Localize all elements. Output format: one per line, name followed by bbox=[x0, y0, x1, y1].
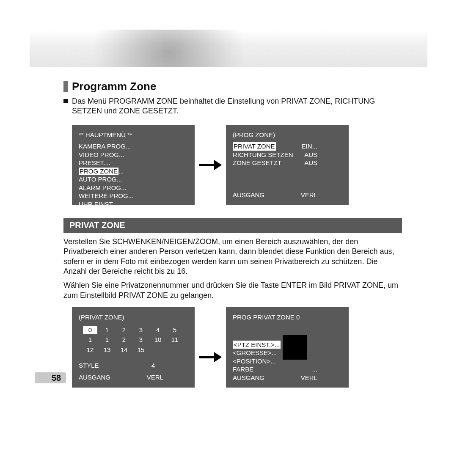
grid-cell: 13 bbox=[100, 346, 114, 354]
section-title: Programm Zone bbox=[72, 80, 156, 93]
prog-zone-row: RICHTUNG SETZENAUS bbox=[233, 151, 317, 159]
prog-zone-row: ZONE GESETZTAUS bbox=[233, 159, 317, 167]
banner-image bbox=[30, 30, 427, 67]
ppz-item: FARBE... bbox=[233, 365, 317, 374]
main-menu-item: VIDEO PROG... bbox=[79, 151, 188, 159]
main-menu-item: PRESET.... bbox=[79, 159, 188, 167]
page-number-bubble bbox=[35, 372, 66, 383]
section-title-row: Programm Zone bbox=[63, 80, 402, 93]
grid-cell: 2 bbox=[117, 336, 131, 344]
prog-zone-footer: AUSGANG VERL bbox=[233, 191, 317, 199]
grid-cell: 14 bbox=[117, 346, 131, 354]
grid-cell: 1 bbox=[100, 326, 114, 334]
main-menu-header: ** HAUPTMENÜ ** bbox=[79, 131, 188, 139]
arrow-icon bbox=[199, 160, 222, 170]
main-menu-item: SYSTEM INFO... bbox=[79, 208, 188, 217]
grid-cell: 0 bbox=[83, 326, 97, 334]
grid-cell bbox=[151, 346, 165, 354]
main-menu-item: AUTO PROG... bbox=[79, 175, 188, 184]
grid-cell bbox=[168, 346, 182, 354]
grid-cell: 2 bbox=[117, 326, 131, 334]
body-paragraph-1: Verstellen Sie SCHWENKEN/NEIGEN/ZOOM, um… bbox=[63, 237, 402, 277]
footer-left: AUSGANG bbox=[233, 191, 264, 199]
style-value: 4 bbox=[151, 361, 155, 370]
black-square-icon bbox=[283, 335, 307, 360]
grid-cell: 1 bbox=[100, 336, 114, 344]
footer-right: VERL bbox=[301, 191, 317, 199]
grid-cell: 1 bbox=[83, 336, 97, 344]
main-menu-items: KAMERA PROG...VIDEO PROG...PRESET....PRO… bbox=[79, 142, 188, 217]
main-menu-item: ALARM PROG... bbox=[79, 184, 188, 192]
prog-zone-screen: (PROG ZONE) PRIVAT ZONEEIN...RICHTUNG SE… bbox=[226, 125, 349, 205]
grid-cell: 12 bbox=[83, 346, 97, 354]
section-bar-icon bbox=[63, 81, 68, 92]
footer-right: VERL bbox=[147, 373, 163, 382]
footer-right: VERL bbox=[301, 374, 317, 382]
prog-zone-row: PRIVAT ZONEEIN... bbox=[233, 142, 317, 151]
privat-zone-header: PRIVAT ZONE bbox=[63, 218, 402, 233]
content-area: Programm Zone Das Menü PROGRAMM ZONE bei… bbox=[63, 80, 402, 388]
page-footer: 58 bbox=[35, 372, 61, 383]
privat-zone-screen: (PRIVAT ZONE) 0123451123101112131415 STY… bbox=[72, 307, 195, 388]
arrow-icon bbox=[199, 352, 222, 362]
footer-left: AUSGANG bbox=[79, 373, 110, 382]
grid-cell: 15 bbox=[134, 346, 148, 354]
prog-zone-rows: PRIVAT ZONEEIN...RICHTUNG SETZENAUSZONE … bbox=[233, 142, 342, 167]
footer-left: AUSGANG bbox=[233, 374, 264, 382]
prog-privat-zone-screen: PROG PRIVAT ZONE 0 <PTZ EINST.>...<GROES… bbox=[226, 307, 349, 388]
screens-row-2: (PRIVAT ZONE) 0123451123101112131415 STY… bbox=[72, 307, 402, 388]
intro-text: Das Menü PROGRAMM ZONE beinhaltet die Ei… bbox=[72, 96, 402, 116]
grid-cell: 3 bbox=[134, 336, 148, 344]
grid-cell: 5 bbox=[168, 326, 182, 334]
grid-cell: 10 bbox=[151, 336, 165, 344]
privat-zone-screen-header: (PRIVAT ZONE) bbox=[79, 313, 188, 322]
main-menu-item: PROG ZONE... bbox=[79, 167, 188, 176]
page: Programm Zone Das Menü PROGRAMM ZONE bei… bbox=[0, 30, 457, 447]
main-menu-item: KAMERA PROG... bbox=[79, 142, 188, 151]
privat-zone-grid: 0123451123101112131415 bbox=[83, 326, 188, 354]
page-number: 58 bbox=[52, 373, 61, 383]
prog-zone-header: (PROG ZONE) bbox=[233, 131, 342, 139]
grid-cell: 4 bbox=[151, 326, 165, 334]
body-paragraph-2: Wählen Sie eine Privatzonennummer und dr… bbox=[63, 281, 402, 300]
style-label: STYLE bbox=[79, 361, 99, 370]
main-menu-item: UHR EINST... bbox=[79, 200, 188, 209]
grid-cell: 11 bbox=[168, 336, 182, 344]
intro-row: Das Menü PROGRAMM ZONE beinhaltet die Ei… bbox=[63, 96, 402, 116]
main-menu-screen: ** HAUPTMENÜ ** KAMERA PROG...VIDEO PROG… bbox=[72, 125, 195, 205]
square-bullet-icon bbox=[63, 99, 68, 103]
screens-row-1: ** HAUPTMENÜ ** KAMERA PROG...VIDEO PROG… bbox=[72, 125, 402, 205]
main-menu-item: WEITERE PROG... bbox=[79, 192, 188, 200]
grid-cell: 3 bbox=[134, 326, 148, 334]
prog-privat-zone-header: PROG PRIVAT ZONE 0 bbox=[233, 313, 342, 322]
